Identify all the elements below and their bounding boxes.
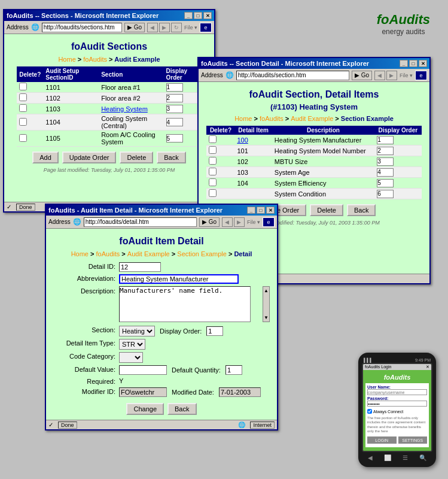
sections-minimize-btn[interactable]: _ — [184, 12, 193, 19]
delete-checkbox[interactable] — [19, 104, 27, 112]
phone-password-input[interactable] — [367, 401, 427, 407]
delete-btn[interactable]: Delete — [120, 151, 153, 163]
phone-remember-checkbox[interactable] — [367, 409, 372, 414]
delete-checkbox[interactable] — [19, 134, 27, 142]
id-bc-section[interactable]: Section Example — [177, 250, 227, 257]
order-input[interactable] — [166, 134, 183, 143]
phone-settings-btn[interactable]: SETTINGS — [398, 436, 428, 444]
sd-go-btn[interactable]: ▶ Go — [352, 71, 372, 80]
table-row: 1102 Floor area #2 — [17, 93, 202, 104]
scroll-down-icon[interactable]: ▼ — [264, 315, 269, 320]
sd-address-bar[interactable]: http://foaudits/section.htm — [236, 71, 349, 80]
bc-foaudits[interactable]: foAudits — [83, 56, 107, 63]
default-qty-input[interactable] — [225, 365, 242, 375]
section-select[interactable]: Heating — [119, 326, 155, 336]
sections-address-bar[interactable]: http://foaudits/sections.htm — [42, 23, 122, 32]
brand-subtitle: energy audits — [377, 28, 430, 36]
id-address-bar[interactable]: http://foaudits/detail.htm — [84, 217, 197, 227]
item-detail-window: foAudits - Audit Item Detail - Microsoft… — [45, 204, 278, 431]
delete-checkbox[interactable] — [19, 83, 27, 90]
sd-item-cell: 102 — [234, 156, 272, 167]
phone-back-icon[interactable]: ◀ — [368, 454, 373, 461]
phone-search-icon[interactable]: 🔍 — [419, 454, 426, 461]
sections-go-btn[interactable]: ▶ Go — [124, 23, 145, 32]
scroll-up-icon[interactable]: ▲ — [264, 288, 269, 293]
sections-maximize-btn[interactable]: □ — [194, 12, 202, 19]
sections-titlebar-btns[interactable]: _ □ ✕ — [184, 12, 212, 19]
id-titlebar-btns[interactable]: _ □ ✕ — [247, 207, 275, 214]
sd-order-input[interactable] — [377, 190, 394, 198]
sd-order-input[interactable] — [377, 179, 394, 187]
sd-bc-home[interactable]: Home — [234, 115, 252, 122]
order-input[interactable] — [166, 94, 183, 102]
phone-home-icon[interactable]: ⬜ — [384, 454, 391, 461]
id-back-btn[interactable]: Back — [167, 403, 196, 415]
sd-delete-checkbox[interactable] — [209, 146, 217, 154]
order-input[interactable] — [166, 118, 183, 126]
forward-btn[interactable]: ▶ — [159, 23, 170, 32]
description-scrollbar[interactable]: ▲ ▼ — [263, 286, 270, 322]
id-bc-audit[interactable]: Audit Example — [127, 250, 170, 257]
sections-content: foAudit Sections Home > foAudits > Audit… — [4, 34, 214, 202]
section-link[interactable]: Heating System — [101, 105, 148, 113]
phone-login-btn[interactable]: LOGIN — [367, 436, 397, 444]
sd-breadcrumb: Home > foAudits > Audit Example > Sectio… — [201, 114, 427, 126]
id-bc-home[interactable]: Home — [71, 250, 89, 257]
sd-delete-checkbox[interactable] — [209, 178, 217, 186]
sd-forward-btn[interactable]: ▶ — [386, 71, 397, 80]
sections-close-btn[interactable]: ✕ — [203, 12, 212, 19]
sd-bc-foaudits[interactable]: foAudits — [260, 115, 284, 122]
sd-order-input[interactable] — [377, 147, 394, 155]
sd-delete-checkbox[interactable] — [209, 168, 217, 175]
sd-order-input[interactable] — [377, 168, 394, 177]
id-forward-nav[interactable]: ▶ — [234, 217, 245, 227]
sd-back-btn[interactable]: Back — [347, 204, 376, 216]
back-btn-sec[interactable]: Back — [157, 151, 185, 163]
update-order-btn[interactable]: Update Order — [62, 151, 117, 163]
sd-order-input[interactable] — [377, 157, 394, 166]
add-btn[interactable]: Add — [32, 151, 59, 163]
sd-delete-checkbox[interactable] — [209, 189, 217, 197]
sd-delete-btn[interactable]: Delete — [310, 204, 343, 216]
order-input[interactable] — [166, 83, 183, 92]
sd-minimize-btn[interactable]: _ — [400, 60, 408, 67]
sd-maximize-btn[interactable]: □ — [409, 60, 417, 67]
id-maximize-btn[interactable]: □ — [257, 207, 265, 214]
delete-checkbox[interactable] — [19, 118, 27, 126]
row-delete-cell — [17, 131, 43, 147]
detail-id-input[interactable] — [119, 262, 161, 272]
default-value-input[interactable] — [119, 365, 167, 375]
refresh-btn[interactable]: ↻ — [171, 23, 182, 32]
code-category-select[interactable] — [119, 352, 143, 363]
phone-title-close[interactable]: ✕ — [426, 365, 429, 369]
phone-container: ▌▌▌ 9:49 PM foAudits Login ✕ foAudits Us… — [358, 353, 436, 467]
section-label: Section: — [53, 326, 119, 334]
detail-item-type-select[interactable]: STR — [119, 339, 145, 350]
sd-item-cell: 104 — [234, 178, 272, 189]
id-minimize-btn[interactable]: _ — [247, 207, 255, 214]
description-textarea[interactable]: Manufacturers' name field. — [119, 286, 251, 322]
detail-item-link[interactable]: 100 — [237, 137, 248, 144]
sd-bc-current: Section Example — [341, 115, 394, 122]
phone-menu-icon[interactable]: ☰ — [403, 454, 408, 461]
abbreviation-input[interactable] — [119, 274, 239, 284]
phone-username-input[interactable] — [367, 389, 427, 395]
back-btn[interactable]: ◀ — [147, 23, 158, 32]
sd-delete-checkbox[interactable] — [209, 157, 217, 165]
id-bc-foaudits[interactable]: foAudits — [96, 250, 120, 257]
bc-home[interactable]: Home — [58, 56, 75, 63]
sd-back-btn[interactable]: ◀ — [374, 71, 385, 80]
display-order-input[interactable] — [206, 326, 223, 336]
sd-close-btn[interactable]: ✕ — [419, 60, 427, 67]
order-input[interactable] — [166, 105, 183, 113]
sd-delete-cell — [206, 156, 234, 167]
change-btn[interactable]: Change — [126, 403, 164, 415]
delete-checkbox[interactable] — [19, 93, 27, 101]
sd-delete-checkbox[interactable] — [209, 135, 217, 143]
section-detail-titlebar-btns[interactable]: _ □ ✕ — [400, 60, 427, 67]
id-go-btn[interactable]: ▶ Go — [199, 217, 220, 227]
id-close-btn[interactable]: ✕ — [266, 207, 275, 214]
sd-order-input[interactable] — [377, 136, 394, 144]
id-back-nav[interactable]: ◀ — [222, 217, 233, 227]
sd-bc-audit[interactable]: Audit Example — [291, 115, 333, 122]
